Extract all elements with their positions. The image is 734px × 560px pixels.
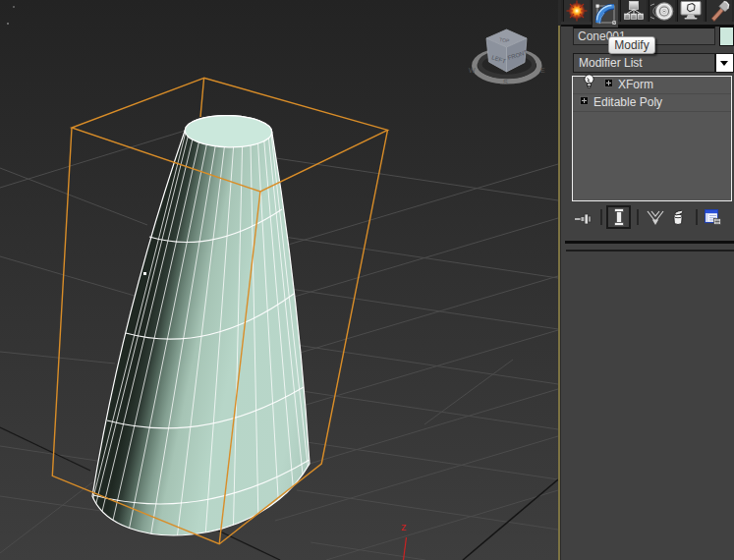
svg-text:E: E [540, 67, 545, 74]
svg-text:W: W [469, 67, 476, 74]
svg-text:z: z [401, 521, 407, 532]
svg-text:S: S [503, 79, 508, 85]
